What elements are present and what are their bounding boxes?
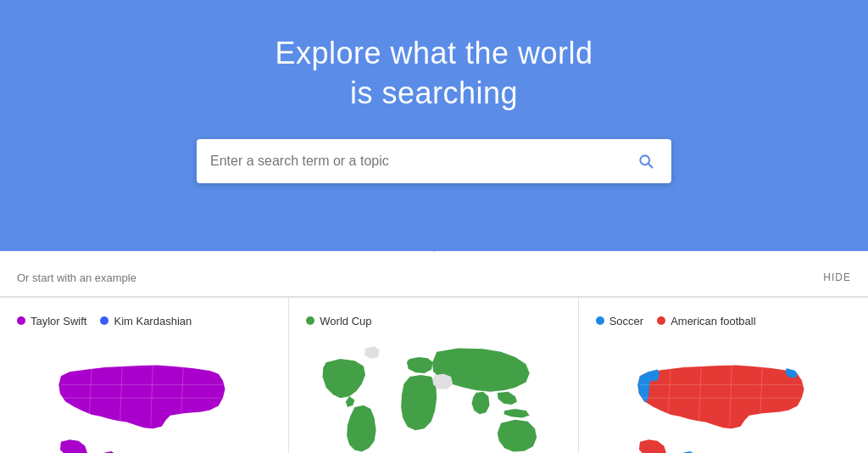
legend-label-worldcup: World Cup [320, 315, 371, 327]
svg-line-1 [648, 164, 653, 168]
legend-dot-taylor [17, 316, 25, 325]
card-soccer-football: Soccer American football [579, 298, 868, 453]
card-taylor-kim: Taylor Swift Kim Kardashian [0, 298, 289, 453]
legend-dot-kim [100, 316, 108, 325]
card-world-cup: World Cup [289, 298, 578, 453]
legend-dot-worldcup [306, 316, 314, 325]
card-legend-sports: Soccer American football [596, 315, 851, 327]
search-bar [197, 139, 671, 183]
cards-grid: Taylor Swift Kim Kardashian [0, 297, 868, 453]
examples-label: Or start with an example [17, 271, 136, 284]
hero-title: Explore what the world is searching [17, 34, 851, 114]
search-input[interactable] [210, 154, 634, 169]
legend-item-taylor: Taylor Swift [17, 315, 86, 327]
card-map-usa-purple [17, 341, 271, 453]
search-icon [637, 153, 654, 170]
usa-map-sports [604, 341, 842, 453]
legend-label-kim: Kim Kardashian [114, 315, 192, 327]
hero-section: Explore what the world is searching [0, 0, 868, 251]
legend-item-kim: Kim Kardashian [100, 315, 192, 327]
examples-header: Or start with an example HIDE [0, 260, 868, 297]
legend-item-soccer: Soccer [596, 315, 643, 327]
legend-label-taylor: Taylor Swift [31, 315, 86, 327]
legend-item-worldcup: World Cup [306, 315, 371, 327]
legend-label-football: American football [670, 315, 755, 327]
legend-dot-soccer [596, 316, 604, 325]
card-legend: Taylor Swift Kim Kardashian [17, 315, 271, 327]
card-legend-worldcup: World Cup [306, 315, 560, 327]
legend-dot-football [657, 316, 665, 325]
world-map [306, 341, 560, 453]
card-map-world [306, 341, 560, 453]
legend-item-football: American football [657, 315, 755, 327]
card-map-usa-sports [596, 341, 851, 453]
search-button[interactable] [634, 149, 658, 173]
legend-label-soccer: Soccer [609, 315, 643, 327]
usa-map-purple [25, 341, 263, 453]
hide-button[interactable]: HIDE [823, 271, 851, 283]
examples-section: Or start with an example HIDE Taylor Swi… [0, 251, 868, 453]
